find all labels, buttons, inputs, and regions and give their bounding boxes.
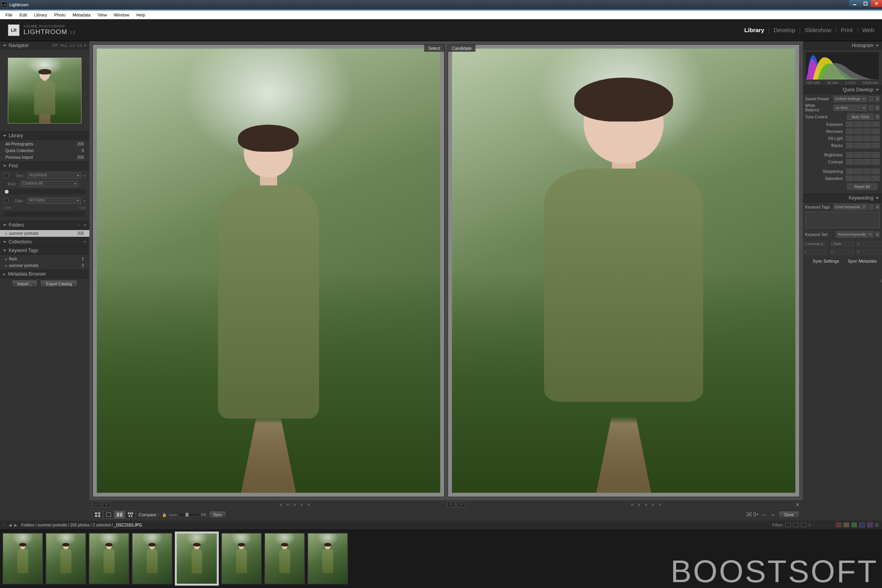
nav-zoom-fit[interactable]: FIT: [53, 44, 58, 47]
qd-recovery-step-3[interactable]: ››: [872, 129, 880, 134]
select-flag-pick[interactable]: ⚐: [93, 501, 100, 508]
export-catalog-button[interactable]: Export Catalog: [40, 280, 78, 288]
kw-cell[interactable]: 6: [856, 248, 882, 255]
find-text-toggle[interactable]: [4, 173, 9, 178]
zoom-lock-icon[interactable]: 🔒: [162, 513, 167, 517]
qd-sharpening-step-2[interactable]: ›: [863, 169, 871, 174]
menu-edit[interactable]: Edit: [16, 12, 30, 18]
qd-fill-light-step-3[interactable]: ››: [872, 136, 880, 141]
view-survey[interactable]: [125, 511, 136, 519]
filter-purple[interactable]: [867, 523, 873, 527]
qd-wb-select[interactable]: As Shot: [833, 105, 867, 111]
filter-yellow[interactable]: [844, 523, 849, 527]
menu-photo[interactable]: Photo: [51, 12, 69, 18]
qd-contrast-step-0[interactable]: ‹‹: [846, 159, 854, 165]
folders-minus[interactable]: −: [78, 222, 80, 228]
qd-exposure-step-1[interactable]: ‹: [855, 122, 862, 127]
collections-header[interactable]: Collections+: [0, 238, 89, 246]
folders-plus[interactable]: +: [83, 222, 86, 228]
keywording-header[interactable]: Keywording: [803, 194, 882, 202]
select-pane[interactable]: Select: [93, 44, 445, 497]
filter-flag-1[interactable]: [785, 523, 791, 527]
qd-wb-arrow[interactable]: [875, 105, 880, 111]
nav-zoom-1-1[interactable]: 1:1: [70, 44, 75, 47]
kw-tags-arrow[interactable]: [875, 204, 880, 210]
minimize-button[interactable]: [849, 0, 860, 7]
module-print[interactable]: Print: [841, 27, 853, 33]
qd-recovery-step-1[interactable]: ‹: [855, 129, 862, 134]
folder-item[interactable]: ▸summer portraits205: [0, 230, 89, 237]
qd-exposure-step-3[interactable]: ››: [872, 122, 880, 127]
keyword-item[interactable]: ▸summer portraits2: [0, 262, 89, 269]
qd-recovery-step-2[interactable]: ›: [863, 129, 871, 134]
qd-contrast-step-1[interactable]: ‹: [855, 159, 862, 165]
nav-zoom-fill[interactable]: FILL: [60, 44, 67, 47]
breadcrumb-path[interactable]: Folders / summer portraits / 205 photos …: [21, 523, 114, 527]
qd-brightness-step-0[interactable]: ‹‹: [846, 152, 854, 158]
qd-sharpening-step-3[interactable]: ››: [872, 169, 880, 174]
find-text-select[interactable]: Anywhere: [27, 172, 81, 179]
filmstrip-item[interactable]: [175, 532, 219, 586]
prev-button[interactable]: ←: [762, 512, 768, 518]
keyword-tags-header[interactable]: Keyword Tags: [0, 246, 89, 255]
qd-reset-button[interactable]: Reset All: [847, 183, 877, 190]
qd-exposure-step-2[interactable]: ›: [863, 122, 871, 127]
menu-help[interactable]: Help: [133, 12, 149, 18]
qd-preset-arrow[interactable]: [875, 96, 880, 102]
filter-red[interactable]: [836, 523, 841, 527]
collections-plus[interactable]: +: [83, 239, 86, 245]
qd-wb-popup[interactable]: [869, 105, 873, 111]
metadata-browser-header[interactable]: ▸Metadata Browser: [0, 270, 89, 278]
view-loupe[interactable]: [103, 511, 114, 519]
filmstrip-item[interactable]: [45, 533, 86, 584]
candidate-rating-dots[interactable]: · · · · · ■ ■ ■ ■ ■: [468, 502, 793, 507]
filmstrip-item[interactable]: [264, 533, 305, 584]
qd-blacks-step-2[interactable]: ›: [863, 143, 871, 148]
filter-green[interactable]: [851, 523, 857, 527]
view-compare[interactable]: [114, 511, 125, 519]
folders-header[interactable]: Folders−+: [0, 221, 89, 229]
qd-blacks-step-1[interactable]: ‹: [855, 143, 862, 148]
find-date-expand[interactable]: ▾: [83, 199, 85, 203]
library-item[interactable]: All Photographs205: [0, 141, 89, 147]
kw-tags-input[interactable]: [805, 212, 880, 228]
qd-brightness-step-1[interactable]: ‹: [855, 152, 862, 158]
histogram-header[interactable]: Histogram: [803, 41, 882, 50]
select-rating-dots[interactable]: · · · · · ■ ■ ■ ■ ■: [113, 502, 445, 507]
filmstrip-item[interactable]: [132, 533, 172, 584]
filter-switch[interactable]: ⊙: [875, 522, 879, 528]
nav-zoom-more[interactable]: ▾: [84, 44, 86, 47]
find-date-slider[interactable]: [4, 211, 85, 217]
candidate-pane[interactable]: Candidate: [448, 44, 800, 497]
kw-tags-select[interactable]: Enter Keywords: [833, 204, 867, 210]
view-grid[interactable]: [93, 511, 103, 519]
filter-rating[interactable]: ≥ · · · · ·: [809, 523, 833, 527]
kw-cell[interactable]: 7 summer p..: [803, 241, 829, 248]
find-search-slider[interactable]: [4, 189, 85, 194]
maximize-button[interactable]: [860, 0, 871, 7]
filmstrip-item[interactable]: [2, 533, 43, 584]
module-library[interactable]: Library: [744, 27, 764, 33]
find-header[interactable]: Find: [0, 162, 89, 170]
filter-blue[interactable]: [859, 523, 865, 527]
menu-library[interactable]: Library: [31, 12, 51, 18]
qd-tone-arrow[interactable]: [875, 114, 880, 120]
bc-back[interactable]: ◀: [9, 523, 12, 527]
kw-cell[interactable]: 4: [803, 248, 829, 255]
qd-fill-light-step-0[interactable]: ‹‹: [846, 136, 854, 141]
find-rule-select[interactable]: Contains All: [20, 181, 78, 187]
qd-saturation-step-0[interactable]: ‹‹: [846, 176, 854, 181]
qd-fill-light-step-1[interactable]: ‹: [855, 136, 862, 141]
qd-brightness-step-2[interactable]: ›: [863, 152, 871, 158]
filmstrip[interactable]: BOOSTSOFT: [0, 529, 882, 588]
qd-blacks-step-0[interactable]: ‹‹: [846, 143, 854, 148]
menu-window[interactable]: Window: [111, 12, 132, 18]
qd-saturation-step-3[interactable]: ››: [872, 176, 880, 181]
compare-close[interactable]: ✕: [795, 502, 800, 508]
library-item[interactable]: Previous Import205: [0, 154, 89, 161]
nav-zoom-1-2[interactable]: 1:2: [77, 44, 82, 47]
kw-tags-popup[interactable]: [869, 204, 873, 210]
qd-recovery-step-0[interactable]: ‹‹: [846, 129, 854, 134]
make-select-button[interactable]: [753, 512, 759, 517]
qd-sharpening-step-1[interactable]: ‹: [855, 169, 862, 174]
